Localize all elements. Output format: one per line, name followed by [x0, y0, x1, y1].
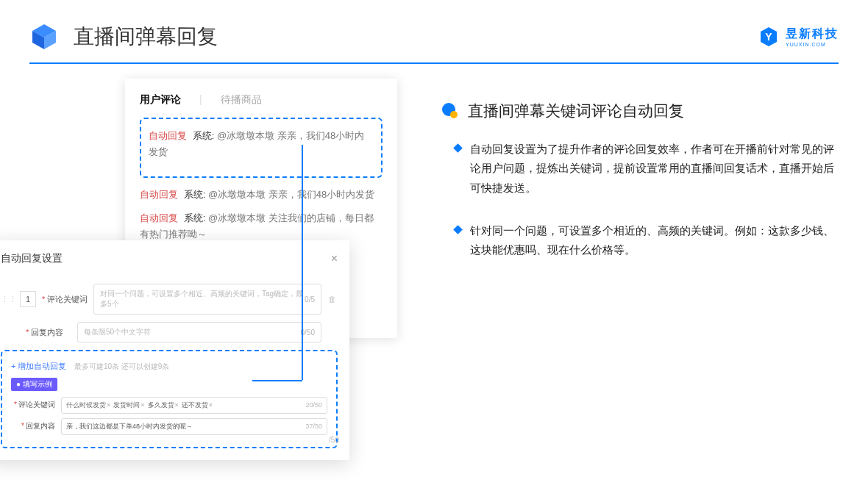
modal-title: 自动回复设置	[1, 252, 63, 265]
system-label: 系统:	[184, 212, 206, 223]
page-title: 直播间弹幕回复	[74, 23, 218, 51]
outer-count: /50	[329, 436, 339, 444]
delete-icon[interactable]: 🗑	[326, 295, 338, 304]
example-keywords-field: 什么时候发货× 发货时间× 多久发货× 还不发货× 20/50	[61, 397, 327, 414]
connector-line	[252, 380, 302, 381]
add-hint: 最多可建10条 还可以创建9条	[74, 362, 169, 370]
system-label: 系统:	[184, 189, 206, 200]
bullet-text: 针对同一个问题，可设置多个相近的、高频的关键词。例如：这款多少钱、这块能优惠吗、…	[470, 221, 839, 260]
diamond-icon	[453, 143, 463, 153]
example-reply-field: 亲，我们这边都是下单48小时内发货的呢～ 37/50	[61, 418, 327, 435]
example-badge: ●填写示例	[11, 378, 57, 391]
keywords-input[interactable]: 对同一个问题，可设置多个相近、高频的关键词，Tag确定，最多5个 0/5	[93, 284, 321, 315]
add-reply-link[interactable]: + 增加自动回复	[11, 361, 66, 372]
example-label-keywords: *评论关键词	[11, 400, 55, 410]
rule-index: 1	[20, 291, 36, 307]
bullet-item: 针对同一个问题，可设置多个相近的、高频的关键词。例如：这款多少钱、这块能优惠吗、…	[455, 221, 839, 260]
comment-row: 自动回复 系统: @冰墩墩本墩 亲亲，我们48小时内发货	[140, 187, 383, 203]
logo-cube-icon	[29, 22, 59, 51]
example-label-reply: *回复内容	[11, 421, 55, 431]
close-icon[interactable]: ×	[331, 252, 338, 265]
brand-text: 昱新科技	[786, 27, 839, 40]
tab-pending-goods[interactable]: 待播商品	[221, 93, 262, 107]
example-box: + 增加自动回复 最多可建10条 还可以创建9条 ●填写示例 *评论关键词 什么…	[1, 350, 338, 448]
tab-user-comments[interactable]: 用户评论	[140, 93, 181, 107]
bullet-text: 自动回复设置为了提升作者的评论回复效率，作者可在开播前针对常见的评论用户问题，提…	[470, 140, 839, 198]
auto-reply-tag: 自动回复	[140, 189, 178, 200]
brand-logo-icon: Y	[758, 26, 780, 48]
chat-bubble-icon	[441, 102, 459, 120]
diamond-icon	[453, 225, 463, 234]
example-reply-text: 亲，我们这边都是下单48小时内发货的呢～	[66, 422, 193, 431]
auto-reply-tag: 自动回复	[149, 130, 187, 141]
keyword-tag: 发货时间×	[113, 401, 144, 410]
brand-subtext: YUUXIN.COM	[786, 42, 839, 47]
comment-text: @冰墩墩本墩 亲亲，我们48小时内发货	[208, 189, 374, 200]
char-count: 0/5	[305, 295, 315, 304]
field-label-keywords: *评论关键词	[42, 294, 93, 305]
system-label: 系统:	[193, 130, 215, 141]
char-count: 20/50	[305, 401, 322, 409]
svg-point-5	[450, 111, 458, 118]
char-count: 37/50	[305, 423, 322, 430]
reply-input[interactable]: 每条限50个中文字符 0/50	[77, 322, 321, 342]
keyword-tag: 什么时候发货×	[66, 401, 110, 410]
brand-block: Y 昱新科技 YUUXIN.COM	[758, 26, 839, 48]
tab-separator: |	[199, 93, 202, 107]
connector-line	[302, 145, 303, 380]
input-placeholder: 对同一个问题，可设置多个相近、高频的关键词，Tag确定，最多5个	[100, 289, 305, 309]
keyword-tag: 还不发货×	[182, 401, 213, 410]
field-label-reply: *回复内容	[26, 327, 77, 338]
highlighted-comment: 自动回复 系统: @冰墩墩本墩 亲亲，我们48小时内发货	[140, 118, 383, 178]
auto-reply-tag: 自动回复	[140, 212, 178, 223]
section-title: 直播间弹幕关键词评论自动回复	[468, 101, 684, 121]
keyword-tag: 多久发货×	[148, 401, 179, 410]
svg-text:Y: Y	[765, 31, 772, 43]
drag-handle-icon[interactable]: ⋮⋮	[1, 295, 17, 304]
input-placeholder: 每条限50个中文字符	[84, 327, 151, 337]
comment-row: 自动回复 系统: @冰墩墩本墩 关注我们的店铺，每日都有热门推荐呦～	[140, 210, 383, 243]
header-rule	[29, 62, 839, 64]
bullet-item: 自动回复设置为了提升作者的评论回复效率，作者可在开播前针对常见的评论用户问题，提…	[455, 140, 839, 198]
auto-reply-settings-modal: 自动回复设置 × ⋮⋮ 1 *评论关键词 对同一个问题，可设置多个相近、高频的关…	[0, 240, 349, 460]
